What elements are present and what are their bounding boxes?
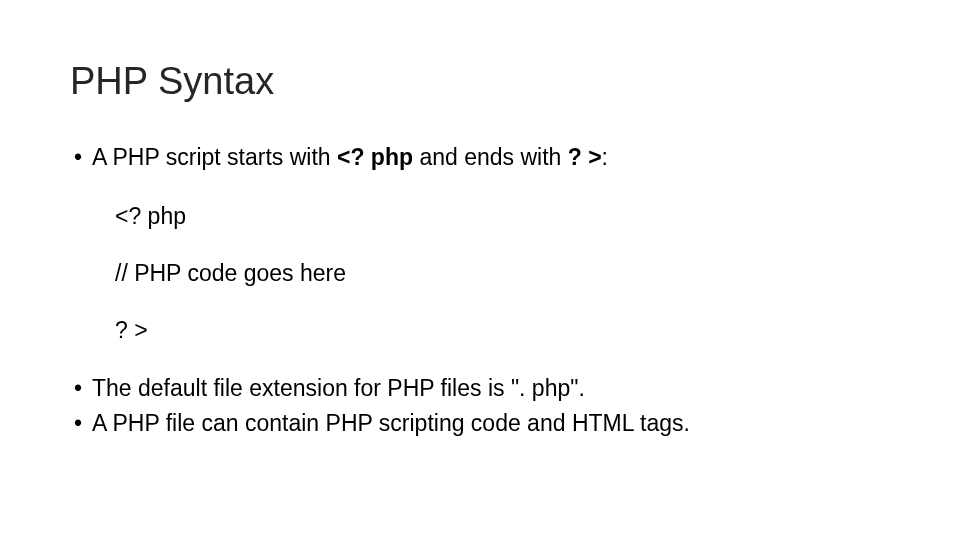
code-line-close: ? >: [115, 317, 890, 344]
bullet-text-mid: and ends with: [413, 144, 568, 170]
bullet-text-suffix: :: [602, 144, 608, 170]
code-line-comment: // PHP code goes here: [115, 260, 890, 287]
code-block: <? php // PHP code goes here ? >: [115, 203, 890, 344]
bullet-list-top: A PHP script starts with <? php and ends…: [70, 143, 890, 173]
bullet-item: A PHP file can contain PHP scripting cod…: [70, 409, 890, 439]
slide-title: PHP Syntax: [70, 60, 890, 103]
bullet-item: The default file extension for PHP files…: [70, 374, 890, 404]
bullet-list-bottom: The default file extension for PHP files…: [70, 374, 890, 439]
bullet-text-prefix: A PHP script starts with: [92, 144, 337, 170]
code-line-open: <? php: [115, 203, 890, 230]
bullet-bold-open-tag: <? php: [337, 144, 413, 170]
bullet-bold-close-tag: ? >: [568, 144, 602, 170]
bullet-item: A PHP script starts with <? php and ends…: [70, 143, 890, 173]
